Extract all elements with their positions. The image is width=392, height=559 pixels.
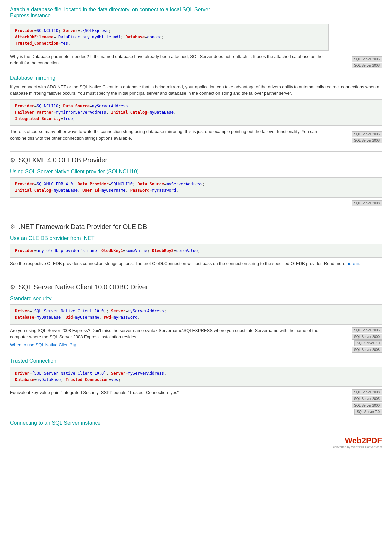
code-value: Yes (61, 41, 68, 46)
badge-row: SQL Server 2008 SQL Server 2005 SQL Serv… (332, 389, 382, 408)
brand-pdf: PDF (366, 436, 382, 445)
db-mirroring-description2: There is ofcourse many other ways to wri… (10, 128, 329, 141)
sqlxml-code: Provider=SQLXMLOLEDB.4.0; Data Provider=… (10, 177, 382, 197)
brand-2: 2 (362, 436, 366, 445)
version-badge: SQL Server 2008 (352, 389, 382, 395)
db-mirroring-section: Database mirroring If you connect with A… (10, 75, 382, 144)
sqlxml-main-section: ⚙ SQLXML 4.0 OLEDB Provider Using SQL Se… (10, 151, 382, 206)
code-value: SQLNCLI10 (37, 28, 58, 33)
version-badge: SQL Server 2005 (352, 56, 382, 62)
code-keyword: AttachDbFilename (15, 35, 54, 39)
odbc-standard-link-row: When to use SQL Native Client? ⊞ (10, 342, 329, 347)
attach-db-code: Provider=SQLNCLI10; Server=.\SQLExpress;… (10, 24, 329, 51)
version-badge: SQL Server 2008 (352, 138, 382, 143)
code-keyword: Provider (15, 28, 34, 33)
badge-stack: SQL Server 2008 SQL Server 2005 SQL Serv… (332, 389, 382, 415)
odbc-trusted-left: Equivalent key-value pair: "Integrated S… (10, 389, 329, 415)
odbc-standard-desc-row: Are you using SQL Server 2008 Express? D… (10, 327, 382, 353)
odbc-trusted-description: Equivalent key-value pair: "Integrated S… (10, 389, 329, 396)
odbc-standard-left: Are you using SQL Server 2008 Express? D… (10, 327, 329, 353)
attach-db-left: Provider=SQLNCLI10; Server=.\SQLExpress;… (10, 24, 329, 68)
odbc-standard-title: Standard security (10, 296, 382, 302)
odbc-connecting-section: Connecting to an SQL Server instance (10, 420, 382, 426)
db-mirroring-description: If you connect with ADO.NET or the SQL N… (10, 84, 382, 97)
net-oledb-main-title: .NET Framework Data Provider for OLE DB (19, 223, 147, 231)
db-mirroring-desc2-left: There is ofcourse many other ways to wri… (10, 128, 329, 143)
version-badge: SQL Server 2005 (352, 131, 382, 137)
odbc-standard-badges: SQL Server 2005 SQL Server 2000 SQL Serv… (329, 327, 382, 353)
badge-stack: SQL Server 2005 SQL Server 2000 SQL Serv… (332, 327, 382, 353)
version-badge: SQL Server 7.0 (354, 340, 382, 346)
gear-icon: ⚙ (10, 284, 15, 291)
code-value: |DataDirectory|mydbfile.mdf (56, 35, 121, 39)
net-oledb-subsection-title: Use an OLE DB provider from .NET (10, 235, 382, 241)
read-more-link[interactable]: here (347, 261, 355, 266)
code-keyword: Database (125, 35, 145, 39)
version-badge: SQL Server 2000 (352, 334, 382, 340)
page-title-block: Attach a database file, located in the d… (10, 7, 382, 19)
badge-row: SQL Server 2005 SQL Server 2000 (332, 327, 382, 340)
version-badge: SQL Server 7.0 (354, 409, 382, 415)
net-oledb-description: See the respective OLEDB provider's conn… (10, 260, 382, 267)
db-mirroring-title: Database mirroring (10, 75, 382, 81)
attach-db-description: Why is the Database parameter needed? If… (10, 53, 329, 66)
attach-db-content: Provider=SQLNCLI10; Server=.\SQLExpress;… (10, 24, 382, 68)
code-value: dbname (147, 35, 161, 39)
badge-stack: SQL Server 2005 SQL Server 2008 (352, 131, 382, 143)
badge-stack: SQL Server 2005 SQL Server 2008 (352, 56, 382, 68)
db-mirroring-code: Provider=SQLNCLI10; Data Source=myServer… (10, 99, 382, 126)
page-title: Attach a database file, located in the d… (10, 7, 382, 19)
footer: Web2PDF converted by Web2PDFConvert.com (10, 436, 382, 449)
odbc-trusted-title: Trusted Connection (10, 358, 382, 364)
odbc-trusted-desc-row: Equivalent key-value pair: "Integrated S… (10, 389, 382, 415)
native-client-link[interactable]: When to use SQL Native Client? (10, 342, 72, 347)
link-icon: ⊞ (73, 343, 76, 347)
net-oledb-code: Provider=any oledb provider's name; Oled… (10, 244, 382, 258)
brand-web: Web (345, 436, 361, 445)
sqlxml-subsection-title: Using SQL Server Native Client provider … (10, 169, 382, 175)
sqlxml-title-row: ⚙ SQLXML 4.0 OLEDB Provider (10, 156, 382, 164)
odbc-title-row: ⚙ SQL Server Native Client 10.0 ODBC Dri… (10, 283, 382, 291)
sqlxml-main-title: SQLXML 4.0 OLEDB Provider (19, 156, 107, 164)
odbc-trusted-badges: SQL Server 2008 SQL Server 2005 SQL Serv… (329, 389, 382, 415)
code-keyword: Server (63, 28, 78, 33)
db-mirroring-badges: SQL Server 2005 SQL Server 2008 (329, 128, 382, 143)
odbc-connecting-title: Connecting to an SQL Server instance (10, 420, 382, 426)
version-badge: SQL Server 2005 (352, 396, 382, 402)
odbc-main-section: ⚙ SQL Server Native Client 10.0 ODBC Dri… (10, 279, 382, 426)
link-icon: ⊞ (356, 262, 359, 266)
net-oledb-title-row: ⚙ .NET Framework Data Provider for OLE D… (10, 223, 382, 231)
version-badge: SQL Server 2008 (352, 200, 382, 206)
attach-db-section: Provider=SQLNCLI10; Server=.\SQLExpress;… (10, 24, 382, 68)
version-badge: SQL Server 2000 (352, 403, 382, 408)
footer-logo: Web2PDF converted by Web2PDFConvert.com (333, 436, 382, 449)
odbc-standard-description: Are you using SQL Server 2008 Express? D… (10, 327, 329, 340)
net-oledb-main-section: ⚙ .NET Framework Data Provider for OLE D… (10, 218, 382, 267)
brand-name: Web2PDF (333, 436, 382, 445)
sqlxml-badge-row: SQL Server 2008 (10, 200, 382, 206)
db-mirroring-desc2-row: There is ofcourse many other ways to wri… (10, 128, 382, 143)
odbc-standard-code: Driver={SQL Server Native Client 10.0}; … (10, 304, 382, 324)
odbc-main-title: SQL Server Native Client 10.0 ODBC Drive… (19, 283, 148, 291)
gear-icon: ⚙ (10, 157, 15, 164)
attach-db-badges: SQL Server 2005 SQL Server 2008 (329, 24, 382, 68)
version-badge: SQL Server 2008 (352, 63, 382, 68)
code-keyword: Trusted_Connection (15, 41, 58, 46)
code-value: .\SQLExpress (80, 28, 109, 33)
version-badge: SQL Server 2008 (352, 347, 382, 353)
badge-row: SQL Server 7.0 SQL Server 2008 (332, 340, 382, 353)
odbc-trusted-code: Driver={SQL Server Native Client 10.0}; … (10, 367, 382, 387)
convert-text: converted by Web2PDFConvert.com (333, 445, 382, 449)
odbc-standard-section: Standard security Driver={SQL Server Nat… (10, 296, 382, 352)
version-badge: SQL Server 2005 (352, 327, 382, 333)
gear-icon: ⚙ (10, 223, 15, 230)
odbc-trusted-section: Trusted Connection Driver={SQL Server Na… (10, 358, 382, 415)
badge-row: SQL Server 7.0 (354, 409, 382, 415)
